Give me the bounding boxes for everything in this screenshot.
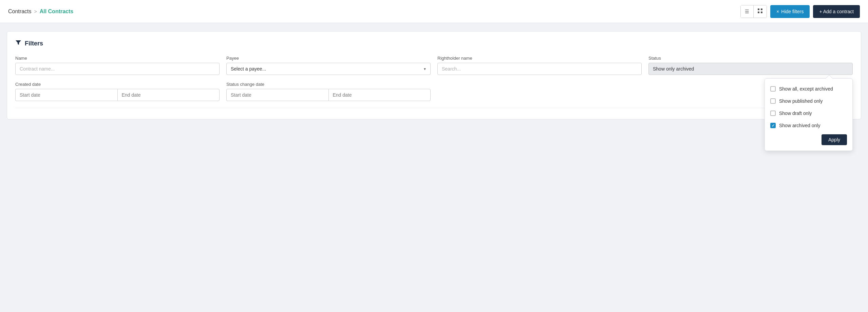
created-date-start[interactable] [15,89,117,101]
filter-input-name[interactable] [15,63,220,75]
filter-label-payee: Payee [226,56,431,61]
filter-group-payee: Payee Select a payee... [226,56,431,75]
filter-label-rightholder: Rightholder name [437,56,642,61]
list-view-icon: ☰ [745,9,749,14]
status-dropdown: Show all, except archived Show published… [765,78,853,151]
filter-row-2: Created date Status change date [15,82,853,101]
filter-label-status-change-date: Status change date [226,82,431,87]
checkbox-published-only[interactable] [770,98,776,104]
checkbox-archived-only[interactable] [770,123,776,128]
filter-select-payee[interactable]: Select a payee... [226,63,431,75]
svg-rect-3 [761,12,762,13]
main-content: Filters Name Payee Select a payee... Rig… [0,23,868,128]
checkbox-all-except-archived[interactable] [770,86,776,92]
filters-divider [15,108,853,108]
svg-rect-0 [758,8,759,10]
hide-filters-x-icon: × [776,9,779,14]
svg-rect-1 [761,8,762,10]
dropdown-option-draft-only[interactable]: Show draft only [765,107,852,119]
filter-label-status: Status [648,56,853,61]
checkbox-draft-only[interactable] [770,111,776,116]
breadcrumb-separator: > [34,9,37,14]
hide-filters-button[interactable]: × Hide filters [770,5,810,18]
dropdown-label-all-except-archived: Show all, except archived [779,86,833,92]
created-date-range [15,89,220,101]
filter-label-name: Name [15,56,220,61]
filter-group-status: Status Show only archived Show all, exce… [648,56,853,75]
breadcrumb: Contracts > All Contracts [8,8,73,15]
add-contract-button[interactable]: + Add a contract [813,5,860,18]
grid-view-button[interactable] [754,5,767,18]
filter-group-status-change-date: Status change date [226,82,431,101]
status-change-date-start[interactable] [226,89,328,101]
status-display[interactable]: Show only archived [648,63,853,75]
filter-label-created-date: Created date [15,82,220,87]
filters-heading: Filters [25,40,43,47]
hide-filters-label: Hide filters [781,9,804,14]
status-change-date-end[interactable] [328,89,431,101]
dropdown-label-draft-only: Show draft only [779,111,812,116]
dropdown-option-all-except-archived[interactable]: Show all, except archived [765,83,852,95]
dropdown-apply-row: Apply [765,132,852,147]
topbar: Contracts > All Contracts ☰ × H [0,0,868,23]
filters-title: Filters [15,40,853,47]
status-field-wrapper: Show only archived Show all, except arch… [648,63,853,75]
dropdown-option-archived-only[interactable]: Show archived only [765,119,852,132]
breadcrumb-current[interactable]: All Contracts [40,8,74,15]
created-date-end[interactable] [117,89,220,101]
filter-group-created-date: Created date [15,82,220,101]
filter-group-name: Name [15,56,220,75]
dropdown-option-published-only[interactable]: Show published only [765,95,852,107]
status-change-date-range [226,89,431,101]
list-view-button[interactable]: ☰ [741,5,754,18]
add-contract-label: + Add a contract [819,9,854,14]
filter-input-rightholder[interactable] [437,63,642,75]
topbar-actions: ☰ × Hide filters + Add a contract [740,5,860,18]
dropdown-label-published-only: Show published only [779,98,823,104]
filter-row-1: Name Payee Select a payee... Rightholder… [15,56,853,75]
filters-card: Filters Name Payee Select a payee... Rig… [7,31,861,119]
view-toggle: ☰ [740,5,767,18]
filter-funnel-icon [15,40,21,47]
status-display-text: Show only archived [653,66,694,72]
svg-rect-2 [758,12,759,13]
apply-button[interactable]: Apply [822,134,847,145]
filter-select-payee-wrapper: Select a payee... [226,63,431,75]
breadcrumb-root[interactable]: Contracts [8,8,31,15]
filter-group-rightholder: Rightholder name [437,56,642,75]
grid-view-icon [758,8,762,14]
dropdown-label-archived-only: Show archived only [779,123,820,128]
